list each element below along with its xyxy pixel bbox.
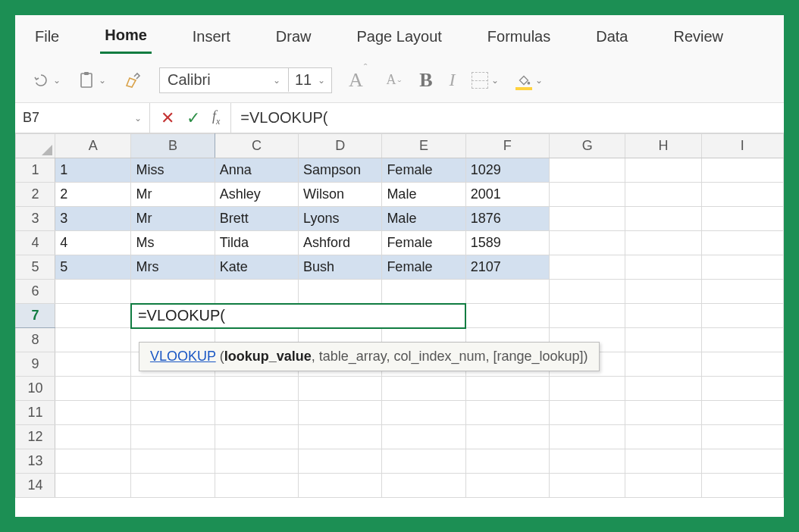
cell[interactable] [55,304,131,328]
cell[interactable] [131,401,215,425]
row-header[interactable]: 13 [16,449,55,474]
cell[interactable]: Lyons [299,207,382,231]
cell[interactable] [215,401,298,425]
tab-data[interactable]: Data [591,20,632,53]
font-size-dropdown[interactable]: 11 ⌄ [289,68,331,92]
cell[interactable] [550,207,625,231]
cell[interactable] [215,474,298,498]
font-selector[interactable]: Calibri ⌄ 11 ⌄ [159,67,332,93]
cell[interactable]: 3 [55,207,131,231]
cell[interactable]: Mrs [131,255,215,280]
col-header-G[interactable]: G [550,134,625,158]
cell[interactable]: Wilson [299,183,382,207]
cell[interactable] [701,280,783,304]
bold-button[interactable]: B [419,69,432,92]
cell[interactable] [55,425,131,449]
col-header-B[interactable]: B [131,134,215,158]
cell[interactable]: 2 [55,183,131,207]
row-header[interactable]: 2 [16,183,55,207]
row-header[interactable]: 4 [16,231,55,255]
cell[interactable]: Mr [131,183,215,207]
undo-button[interactable]: ⌄ [32,71,61,89]
cell[interactable] [55,401,131,425]
cell[interactable] [701,474,783,498]
cell[interactable]: Male [382,207,465,231]
cell[interactable] [55,474,131,498]
cell[interactable] [465,449,549,474]
cell[interactable]: Tilda [215,231,298,255]
paste-button[interactable]: ⌄ [77,70,106,90]
cell[interactable]: 1029 [465,158,549,183]
cell[interactable] [701,352,783,377]
enter-icon[interactable]: ✓ [186,108,200,128]
cell[interactable] [701,425,783,449]
col-header-I[interactable]: I [701,134,783,158]
borders-button[interactable]: ⌄ [472,72,499,89]
cell[interactable] [625,377,701,401]
cell[interactable] [465,474,549,498]
cell[interactable]: Mr [131,207,215,231]
cell[interactable] [382,425,465,449]
formula-input[interactable]: =VLOOKUP( [231,103,784,133]
cell[interactable] [625,207,701,231]
name-box[interactable]: B7 ⌄ [15,103,150,133]
cell[interactable] [701,401,783,425]
col-header-D[interactable]: D [299,134,382,158]
cell[interactable] [131,474,215,498]
cell[interactable] [382,474,465,498]
cell[interactable] [382,377,465,401]
cell[interactable] [550,425,625,449]
cell[interactable] [55,352,131,377]
row-header[interactable]: 9 [16,352,55,377]
col-header-F[interactable]: F [465,134,549,158]
cell[interactable] [299,401,382,425]
cell[interactable] [215,280,298,304]
cell[interactable]: Female [382,255,465,280]
cell[interactable] [465,280,549,304]
cell[interactable]: 4 [55,231,131,255]
cell[interactable] [701,231,783,255]
row-header[interactable]: 8 [16,328,55,352]
row-header[interactable]: 1 [16,158,55,183]
cell[interactable] [625,158,701,183]
cell[interactable] [131,449,215,474]
cell[interactable] [625,255,701,280]
cell[interactable] [299,474,382,498]
italic-button[interactable]: I [449,70,455,90]
cell[interactable]: Ashley [215,183,298,207]
cell[interactable]: Female [382,231,465,255]
row-header[interactable]: 10 [16,377,55,401]
col-header-H[interactable]: H [625,134,701,158]
cell[interactable]: Kate [215,255,298,280]
font-name-dropdown[interactable]: Calibri ⌄ [160,68,289,92]
active-cell-editor[interactable]: =VLOOKUP( [130,303,466,329]
cell[interactable] [625,449,701,474]
cell[interactable] [382,280,465,304]
cell[interactable] [701,377,783,401]
cell[interactable] [465,401,549,425]
cell[interactable] [465,377,549,401]
cell[interactable] [625,231,701,255]
fill-color-button[interactable]: ⌄ [515,72,543,89]
decrease-font-size-button[interactable]: A [386,72,403,88]
row-header[interactable]: 5 [16,255,55,280]
cell[interactable]: Sampson [299,158,382,183]
cell[interactable] [625,352,701,377]
cell[interactable] [299,449,382,474]
cell[interactable] [550,377,625,401]
cell[interactable]: 2001 [465,183,549,207]
tab-home[interactable]: Home [100,19,152,54]
cell[interactable] [465,304,549,328]
cell[interactable]: 5 [55,255,131,280]
cell[interactable]: 1589 [465,231,549,255]
cell[interactable]: Bush [299,255,382,280]
format-painter-button[interactable] [123,70,143,90]
cell[interactable] [550,304,625,328]
cell[interactable]: Anna [215,158,298,183]
cell[interactable] [625,425,701,449]
cell[interactable] [55,328,131,352]
row-header[interactable]: 11 [16,401,55,425]
row-header[interactable]: 3 [16,207,55,231]
cell[interactable] [299,280,382,304]
tab-file[interactable]: File [30,20,64,53]
